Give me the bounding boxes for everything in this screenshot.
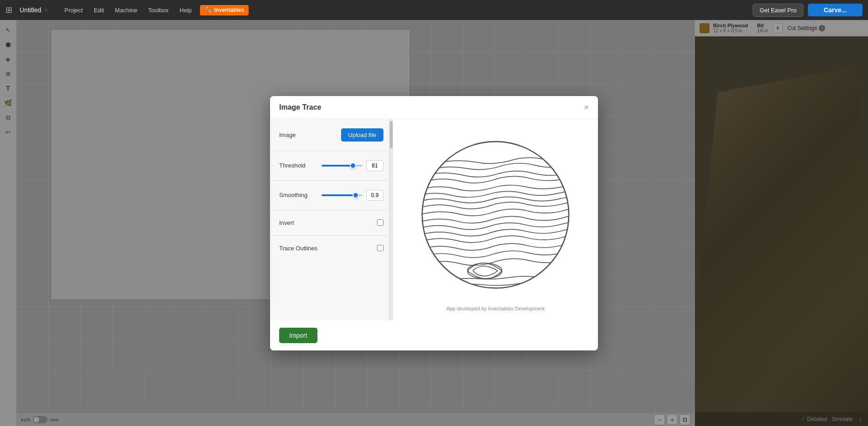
- smoothing-slider[interactable]: [322, 194, 363, 196]
- menu-edit[interactable]: Edit: [89, 5, 108, 15]
- preview-area: [414, 128, 577, 301]
- modal-body: Image Upload file Threshold 81: [270, 119, 598, 320]
- threshold-label: Threshold: [279, 162, 306, 169]
- menu-machine[interactable]: Machine: [110, 5, 142, 15]
- scroll-thumb: [390, 121, 393, 148]
- divider-2: [270, 180, 393, 181]
- modal-controls-panel: Image Upload file Threshold 81: [270, 119, 393, 320]
- modal-overlay: Image Trace × Image Upload file Threshol…: [0, 20, 868, 426]
- top-right-actions: Get Easel Pro Carve...: [753, 4, 863, 17]
- smoothing-row: Smoothing 0.9: [279, 190, 383, 201]
- menu-toolbox[interactable]: Toolbox: [143, 5, 173, 15]
- threshold-slider[interactable]: [322, 165, 363, 167]
- smoothing-slider-group: 0.9: [322, 190, 383, 201]
- divider-1: [270, 151, 393, 151]
- trace-outlines-row: Trace Outlines: [279, 245, 383, 252]
- get-easel-button[interactable]: Get Easel Pro: [753, 4, 803, 17]
- modal-title: Image Trace: [279, 103, 322, 112]
- import-button[interactable]: Import: [279, 328, 317, 343]
- threshold-slider-group: 81: [322, 160, 383, 171]
- top-bar: ⊞ Untitled ☆ Project Edit Machine Toolbo…: [0, 0, 868, 20]
- smoothing-value-input[interactable]: 0.9: [366, 190, 383, 201]
- divider-4: [270, 235, 393, 236]
- invert-label: Invert: [279, 219, 294, 226]
- app-title: Untitled: [20, 6, 41, 14]
- divider-3: [270, 210, 393, 210]
- star-icon[interactable]: ☆: [44, 7, 49, 13]
- image-label: Image: [279, 132, 296, 138]
- modal-preview-panel: App developed by Inventables Development: [393, 119, 598, 320]
- image-row: Image Upload file: [279, 128, 383, 142]
- menu-project[interactable]: Project: [60, 5, 87, 15]
- threshold-value-input[interactable]: 81: [366, 160, 383, 171]
- inventables-badge: 🔧 Inventables: [200, 5, 249, 15]
- upload-file-button[interactable]: Upload file: [341, 128, 383, 142]
- scroll-indicator: [389, 119, 393, 320]
- preview-image: [414, 128, 577, 301]
- modal-header: Image Trace ×: [270, 96, 598, 119]
- app-title-group: Untitled ☆: [20, 6, 49, 14]
- menu-help[interactable]: Help: [175, 5, 196, 15]
- main-layout: ↖ ⬟ ◈ ⊕ T 🌿 ⧉ ↩ Birch Plywood 12 × 8 × 0…: [0, 20, 868, 426]
- grid-icon: ⊞: [5, 5, 12, 15]
- invert-row: Invert: [279, 219, 383, 226]
- trace-outlines-checkbox[interactable]: [377, 245, 383, 251]
- threshold-row: Threshold 81: [279, 160, 383, 171]
- invert-checkbox[interactable]: [377, 219, 383, 226]
- menu-bar: Project Edit Machine Toolbox Help 🔧 Inve…: [60, 5, 249, 15]
- preview-footer: App developed by Inventables Development: [446, 301, 544, 311]
- trace-outlines-label: Trace Outlines: [279, 245, 317, 252]
- modal-close-button[interactable]: ×: [584, 103, 589, 112]
- carve-button[interactable]: Carve...: [808, 4, 863, 16]
- image-trace-modal: Image Trace × Image Upload file Threshol…: [270, 96, 598, 350]
- import-section: Import: [270, 320, 598, 350]
- smoothing-label: Smoothing: [279, 192, 307, 198]
